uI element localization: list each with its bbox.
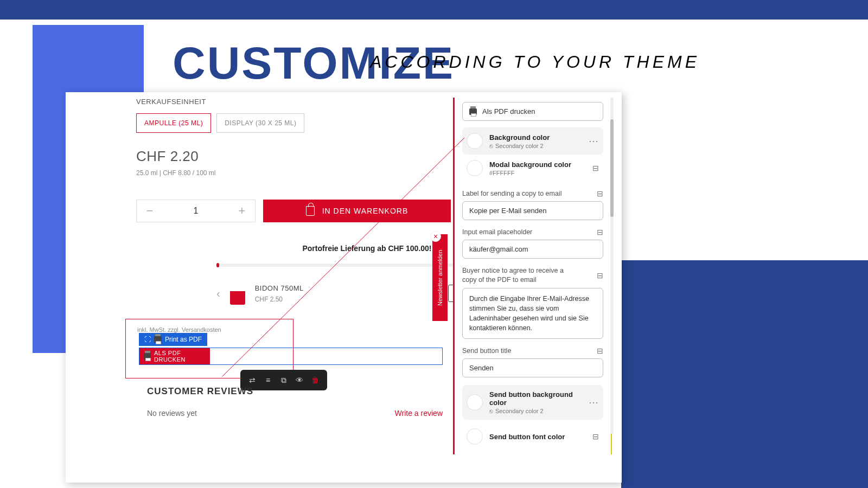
add-to-cart-label: IN DEN WARENKORB — [322, 207, 409, 215]
printer-icon — [469, 108, 477, 115]
product-pane: VERKAUFSEINHEIT AMPULLE (25 ML) DISPLAY … — [136, 98, 451, 222]
color-swatch-icon — [467, 133, 483, 149]
qty-plus-button[interactable]: + — [229, 200, 255, 222]
database-icon[interactable]: ⊟ — [597, 271, 603, 280]
printer-icon — [154, 336, 162, 343]
settings-scrollbar[interactable] — [610, 98, 614, 434]
link-icon: ⎋ — [489, 143, 493, 149]
variant-row: AMPULLE (25 ML) DISPLAY (30 X 25 ML) — [136, 113, 451, 133]
database-icon[interactable]: ⊟ — [597, 189, 603, 198]
color-swatch-icon — [467, 160, 483, 176]
no-reviews-text: No reviews yet — [147, 409, 197, 418]
heading-sub: ACCORDING TO YOUR THEME — [370, 52, 700, 72]
color-swatch-icon — [467, 428, 483, 445]
reco-info: BIDON 750ML CHF 2.50 — [255, 284, 438, 303]
align-icon[interactable]: ≡ — [263, 375, 273, 385]
theme-settings-panel: Als PDF drucken Background color ⎋Second… — [453, 98, 612, 454]
write-review-link[interactable]: Write a review — [395, 409, 443, 418]
reorder-icon[interactable]: ⇄ — [247, 375, 257, 385]
color-title: Send button font color — [489, 433, 586, 441]
newsletter-tab[interactable]: Newsletter anmelden — [432, 234, 448, 321]
color-sub: Secondary color 2 — [495, 408, 544, 414]
expand-icon: ⛶ — [144, 336, 151, 343]
newsletter-close-icon[interactable]: × — [430, 231, 441, 242]
bag-icon — [306, 206, 315, 216]
buyer-notice-title: Buyer notice to agree to receive a copy … — [462, 266, 603, 285]
variant-ampulle[interactable]: AMPULLE (25 ML) — [136, 113, 211, 133]
reco-product-image — [230, 282, 245, 305]
color-sub: #FFFFFF — [489, 170, 514, 176]
buyer-notice-input[interactable]: Durch die Eingabe Ihrer E-Mail-Adresse s… — [462, 288, 603, 339]
color-title: Background color — [489, 133, 582, 142]
qty-cart-row: − 1 + IN DEN WARENKORB — [136, 200, 451, 222]
qty-value[interactable]: 1 — [163, 200, 229, 222]
app-canvas: VERKAUFSEINHEIT AMPULLE (25 ML) DISPLAY … — [66, 92, 622, 483]
bg-block-right — [621, 260, 868, 488]
send-title-input[interactable] — [462, 358, 603, 377]
database-icon[interactable]: ⊟ — [592, 432, 599, 441]
pdf-button-wrapper: ALS PDF DRUCKEN — [139, 348, 443, 365]
vat-note: inkl. MwSt. zzgl. Versandkosten — [137, 326, 221, 333]
color-sub: Secondary color 2 — [495, 143, 544, 149]
delete-icon[interactable]: 🗑 — [310, 375, 320, 385]
qty-minus-button[interactable]: − — [137, 200, 163, 222]
product-price: CHF 2.20 — [136, 148, 451, 165]
price-per-volume: 25.0 ml | CHF 8.80 / 100 ml — [136, 169, 451, 177]
editor-block-label[interactable]: ⛶ Print as PDF — [139, 333, 207, 346]
email-placeholder-input[interactable] — [462, 240, 603, 259]
color-swatch-icon — [467, 394, 483, 410]
database-icon[interactable]: ⊟ — [592, 164, 599, 172]
reviews-row: No reviews yet Write a review — [147, 409, 443, 418]
database-icon[interactable]: ⊟ — [597, 346, 603, 355]
color-title: Modal background color — [489, 160, 586, 169]
email-label-input[interactable] — [462, 201, 603, 220]
more-options-icon[interactable]: ⋯ — [589, 135, 599, 147]
pdf-label-text: Print as PDF — [165, 336, 202, 343]
setting-pdf-label-input[interactable]: Als PDF drucken — [462, 102, 603, 121]
setting-pdf-text: Als PDF drucken — [482, 107, 535, 115]
add-to-cart-button[interactable]: IN DEN WARENKORB — [263, 200, 451, 222]
setting-bg-color[interactable]: Background color ⎋Secondary color 2 ⋯ — [462, 127, 603, 155]
reviews-heading: CUSTOMER REVIEWS — [147, 386, 443, 397]
bg-stripe-top — [0, 0, 868, 20]
color-title: Send button background color — [489, 390, 582, 407]
scroll-thumb[interactable] — [610, 119, 614, 217]
reco-title: BIDON 750ML — [255, 284, 438, 292]
link-icon: ⎋ — [489, 408, 493, 414]
setting-send-font[interactable]: Send button font color ⊟ — [462, 423, 603, 450]
reviews-section: CUSTOMER REVIEWS No reviews yet Write a … — [147, 386, 443, 418]
reco-prev-button[interactable]: ‹ — [216, 287, 220, 300]
pdf-button-label: ALS PDF DRUCKEN — [154, 350, 210, 363]
visibility-icon[interactable]: 👁 — [295, 375, 304, 385]
email-placeholder-title: Input email placeholder ⊟ — [462, 228, 603, 236]
email-label-title: Label for sending a copy to email ⊟ — [462, 189, 603, 198]
quantity-stepper: − 1 + — [136, 200, 256, 222]
duplicate-icon[interactable]: ⧉ — [279, 375, 289, 385]
send-title-label: Send button title ⊟ — [462, 346, 603, 355]
variant-section-label: VERKAUFSEINHEIT — [136, 98, 451, 106]
more-options-icon[interactable]: ⋯ — [589, 396, 599, 408]
setting-send-bg[interactable]: Send button background color ⎋Secondary … — [462, 385, 603, 420]
printer-icon — [144, 353, 151, 359]
progress-fill — [216, 263, 219, 267]
database-icon[interactable]: ⊟ — [597, 228, 603, 236]
variant-display[interactable]: DISPLAY (30 X 25 ML) — [216, 113, 304, 133]
setting-modal-bg[interactable]: Modal background color #FFFFFF ⊟ — [462, 155, 603, 182]
print-pdf-button[interactable]: ALS PDF DRUCKEN — [139, 348, 210, 364]
reco-price: CHF 2.50 — [255, 296, 438, 303]
